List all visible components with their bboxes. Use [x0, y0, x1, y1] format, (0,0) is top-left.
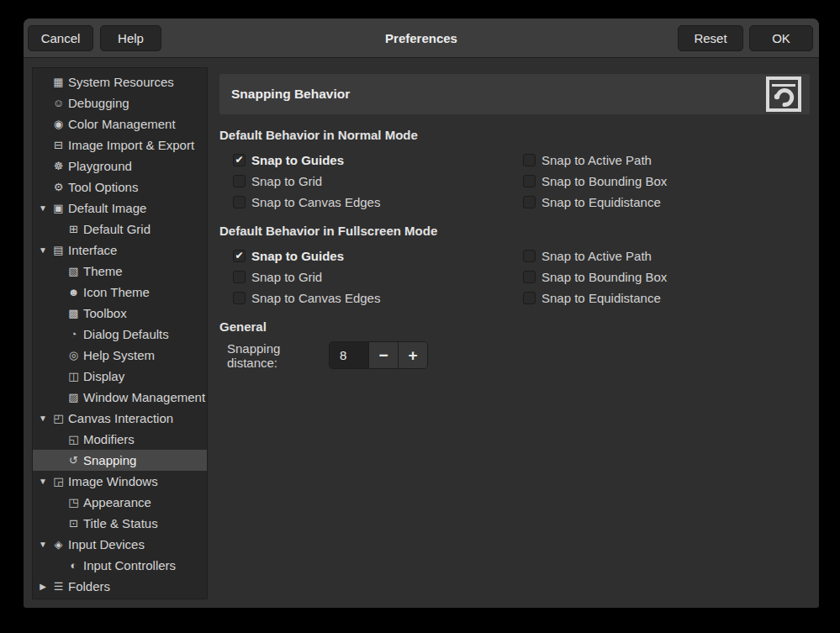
- image-windows-icon: ◲: [51, 475, 66, 488]
- checkbox-row-snap-to-canvas-edges[interactable]: Snap to Canvas Edges: [219, 192, 510, 213]
- sidebar-item-label: Display: [83, 369, 124, 383]
- ok-button[interactable]: OK: [749, 25, 813, 51]
- sidebar-item-folders[interactable]: ▶☰Folders: [33, 576, 207, 597]
- preferences-dialog: Cancel Help Preferences Reset OK ▦System…: [24, 18, 819, 608]
- sidebar-item-system-resources[interactable]: ▦System Resources: [33, 71, 207, 92]
- folders-icon: ☰: [51, 580, 66, 593]
- checkbox-label[interactable]: Snap to Canvas Edges: [251, 195, 380, 209]
- expander-down-icon[interactable]: ▼: [37, 540, 49, 549]
- checkbox-row-snap-to-guides[interactable]: ✔Snap to Guides: [219, 150, 510, 171]
- help-button[interactable]: Help: [100, 25, 161, 51]
- checkbox-row-snap-to-guides[interactable]: ✔Snap to Guides: [219, 245, 510, 266]
- sidebar-item-image-windows[interactable]: ▼◲Image Windows: [33, 471, 207, 492]
- checkbox-row-snap-to-bounding-box[interactable]: Snap to Bounding Box: [510, 171, 667, 192]
- sidebar-item-label: Debugging: [68, 96, 129, 110]
- checkbox-row-snap-to-canvas-edges[interactable]: Snap to Canvas Edges: [219, 287, 510, 309]
- checkbox-label[interactable]: Snap to Guides: [251, 153, 344, 167]
- canvas-interaction-icon: ◰: [51, 412, 66, 425]
- sidebar-item-default-image[interactable]: ▼▣Default Image: [33, 198, 207, 219]
- checkbox-label[interactable]: Snap to Grid: [251, 270, 322, 284]
- sidebar-item-label: Icon Theme: [83, 285, 150, 299]
- display-icon: ◫: [66, 370, 81, 382]
- sidebar-item-help-system[interactable]: ◎Help System: [33, 345, 207, 366]
- sidebar-item-title-status[interactable]: ⊡Title & Status: [33, 513, 207, 534]
- sidebar-item-input-devices[interactable]: ▼◈Input Devices: [33, 534, 207, 555]
- sidebar-item-dialog-defaults[interactable]: ◔Dialog Defaults: [33, 324, 207, 345]
- sidebar-item-label: Playground: [68, 159, 132, 173]
- expander-down-icon[interactable]: ▼: [37, 203, 49, 213]
- checkbox-row-snap-to-equidistance[interactable]: Snap to Equidistance: [510, 192, 667, 213]
- checkbox-unchecked-icon[interactable]: [233, 271, 246, 283]
- checkbox-column-right: Snap to Active PathSnap to Bounding BoxS…: [510, 245, 667, 309]
- checkbox-label[interactable]: Snap to Guides: [251, 249, 344, 263]
- sidebar-item-label: Toolbox: [83, 306, 127, 320]
- checkbox-unchecked-icon[interactable]: [523, 196, 536, 208]
- checkbox-column-left: ✔Snap to GuidesSnap to GridSnap to Canva…: [219, 150, 510, 213]
- sidebar-item-label: Default Image: [68, 201, 146, 215]
- sidebar-item-display[interactable]: ◫Display: [33, 366, 207, 387]
- checkbox-label[interactable]: Snap to Equidistance: [542, 291, 661, 305]
- checkbox-label[interactable]: Snap to Grid: [251, 174, 322, 188]
- sidebar-item-modifiers[interactable]: ◱Modifiers: [33, 429, 207, 450]
- reset-button[interactable]: Reset: [678, 25, 743, 51]
- checkbox-unchecked-icon[interactable]: [523, 292, 536, 304]
- image-import-export-icon: ⊟: [51, 139, 66, 151]
- expander-right-icon[interactable]: ▶: [37, 582, 49, 591]
- checkbox-unchecked-icon[interactable]: [523, 175, 536, 187]
- debugging-icon: ☺: [51, 97, 66, 109]
- cancel-button[interactable]: Cancel: [28, 25, 93, 51]
- increment-button[interactable]: +: [398, 342, 427, 368]
- checkbox-label[interactable]: Snap to Active Path: [542, 153, 652, 167]
- sidebar-item-appearance[interactable]: ◳Appearance: [33, 492, 207, 513]
- checkbox-row-snap-to-bounding-box[interactable]: Snap to Bounding Box: [510, 266, 667, 287]
- fullscreen-mode-checkboxes: ✔Snap to GuidesSnap to GridSnap to Canva…: [219, 245, 810, 309]
- checkbox-unchecked-icon[interactable]: [523, 271, 536, 283]
- checkbox-unchecked-icon[interactable]: [233, 175, 246, 187]
- checkbox-label[interactable]: Snap to Bounding Box: [542, 174, 667, 188]
- checkbox-label[interactable]: Snap to Bounding Box: [542, 270, 667, 284]
- sidebar-item-debugging[interactable]: ☺Debugging: [33, 92, 207, 113]
- sidebar-item-image-import-export[interactable]: ⊟Image Import & Export: [33, 135, 207, 156]
- input-devices-icon: ◈: [51, 538, 66, 551]
- sidebar-item-toolbox[interactable]: ▩Toolbox: [33, 303, 207, 324]
- sidebar-item-window-management[interactable]: ▨Window Management: [33, 387, 207, 408]
- snapping-distance-input[interactable]: 8: [330, 342, 368, 368]
- checkbox-row-snap-to-active-path[interactable]: Snap to Active Path: [510, 150, 667, 171]
- sidebar-item-interface[interactable]: ▼▤Interface: [33, 240, 207, 261]
- checkbox-checked-icon[interactable]: ✔: [233, 250, 246, 262]
- sidebar-item-playground[interactable]: ☸Playground: [33, 156, 207, 177]
- checkbox-label[interactable]: Snap to Equidistance: [542, 195, 661, 209]
- checkbox-row-snap-to-grid[interactable]: Snap to Grid: [219, 171, 510, 192]
- sidebar-item-input-controllers[interactable]: ◐Input Controllers: [33, 555, 207, 576]
- checkbox-label[interactable]: Snap to Active Path: [542, 249, 652, 263]
- title-status-icon: ⊡: [66, 517, 81, 530]
- expander-down-icon[interactable]: ▼: [37, 245, 49, 255]
- checkbox-label[interactable]: Snap to Canvas Edges: [251, 291, 380, 305]
- sidebar-item-label: Appearance: [83, 495, 151, 509]
- checkbox-checked-icon[interactable]: ✔: [233, 154, 246, 166]
- sidebar-item-tool-options[interactable]: ⚙Tool Options: [33, 177, 207, 198]
- window-management-icon: ▨: [66, 391, 81, 404]
- decrement-button[interactable]: −: [368, 342, 398, 368]
- sidebar-item-theme[interactable]: ▧Theme: [33, 261, 207, 282]
- checkbox-row-snap-to-grid[interactable]: Snap to Grid: [219, 266, 510, 287]
- checkbox-unchecked-icon[interactable]: [233, 196, 246, 208]
- sidebar-item-label: Snapping: [83, 453, 136, 467]
- sidebar-item-label: Interface: [68, 243, 117, 257]
- sidebar-item-color-management[interactable]: ◉Color Management: [33, 113, 207, 135]
- sidebar-item-label: Help System: [83, 348, 155, 362]
- checkbox-row-snap-to-equidistance[interactable]: Snap to Equidistance: [510, 287, 667, 309]
- sidebar-item-icon-theme[interactable]: ☻Icon Theme: [33, 282, 207, 303]
- sidebar-item-canvas-interaction[interactable]: ▼◰Canvas Interaction: [33, 408, 207, 429]
- checkbox-unchecked-icon[interactable]: [523, 154, 536, 166]
- checkbox-row-snap-to-active-path[interactable]: Snap to Active Path: [510, 245, 667, 266]
- sidebar-item-snapping[interactable]: ↺Snapping: [33, 450, 207, 471]
- expander-down-icon[interactable]: ▼: [37, 477, 49, 486]
- modifiers-icon: ◱: [66, 433, 81, 446]
- checkbox-unchecked-icon[interactable]: [233, 292, 246, 304]
- expander-down-icon[interactable]: ▼: [37, 414, 49, 423]
- sidebar-item-default-grid[interactable]: ⊞Default Grid: [33, 219, 207, 240]
- sidebar-item-label: Title & Status: [83, 516, 158, 530]
- checkbox-unchecked-icon[interactable]: [523, 250, 536, 262]
- preferences-sidebar[interactable]: ▦System Resources☺Debugging◉Color Manage…: [32, 67, 208, 599]
